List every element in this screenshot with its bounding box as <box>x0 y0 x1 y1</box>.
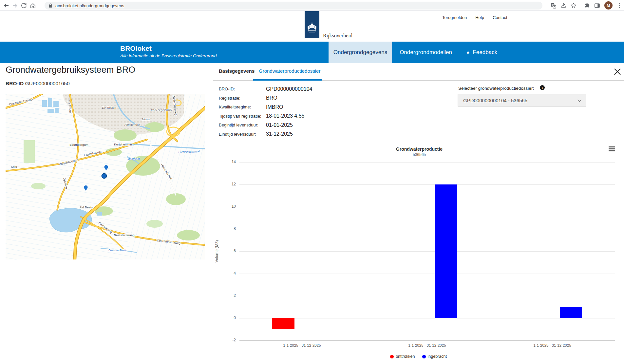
chevron-down-icon <box>577 99 582 102</box>
dossier-select-value: GPD000000000104 - 536565 <box>463 98 527 103</box>
bro-id-label: BRO-ID <box>6 81 24 86</box>
map-label: Park Suyderwijk <box>151 108 172 112</box>
chart-gridline <box>239 274 615 274</box>
browser-menu-icon[interactable] <box>616 1 622 10</box>
dossier-select-label: Selecteer grondwaterproductiedossier: <box>458 86 534 91</box>
link-contact[interactable]: Contact <box>493 15 507 20</box>
detail-label: Eindtijd levensduur: <box>219 132 266 137</box>
reload-icon[interactable] <box>20 1 28 10</box>
chart-gridline <box>239 296 615 296</box>
section-divider <box>219 139 623 139</box>
detail-label: Registratie: <box>219 96 266 101</box>
legend-marker-icon <box>422 355 426 358</box>
tab-grondwaterproductiedossier[interactable]: Grondwaterproductiedossier <box>259 68 320 74</box>
detail-value: 18-01-2023 4:55 <box>266 113 304 119</box>
detail-label: BRO-ID: <box>219 86 266 91</box>
brand-tagline: Alle informatie uit de Basisregistratie … <box>120 53 217 58</box>
x-axis-category-label: 1-1-2025 - 31-12-2025 <box>394 343 460 347</box>
map[interactable]: Drachtster HeaweiDe TriskenDe TriskenPar… <box>6 94 205 259</box>
chart-subtitle: 536565 <box>213 152 624 157</box>
close-icon[interactable] <box>613 67 622 76</box>
x-axis-category-label: 1-1-2025 - 31-12-2025 <box>520 343 585 347</box>
map-cluster-marker-icon[interactable] <box>102 174 107 179</box>
tab-basisgegevens[interactable]: Basisgegevens <box>219 68 255 74</box>
info-icon[interactable]: i <box>540 85 545 90</box>
nav-item-label: Ondergrondgegevens <box>333 49 387 55</box>
detail-row: BRO-ID: GPD000000000104 <box>219 85 312 94</box>
nav-item-ondergrondmodellen[interactable]: Ondergrondmodellen <box>395 42 457 63</box>
y-axis-tick-label: 2 <box>213 293 236 298</box>
home-icon[interactable] <box>28 1 37 10</box>
nav-item-ondergrondgegevens[interactable]: Ondergrondgegevens <box>329 42 392 63</box>
x-axis-category-label: 1-1-2025 - 31-12-2025 <box>269 343 335 347</box>
detail-row: Registratie: BRO <box>219 94 312 103</box>
y-axis-tick-label: 12 <box>213 182 236 186</box>
bar-onttrokken[interactable] <box>272 318 294 329</box>
nav-item-label: Ondergrondmodellen <box>400 49 452 55</box>
legend-marker-icon <box>390 355 394 358</box>
chart-menu-icon[interactable] <box>609 146 615 152</box>
main-navbar: BROloket Alle informatie uit de Basisreg… <box>0 42 624 63</box>
chart-gridline <box>239 251 615 252</box>
rijksoverheid-banner <box>305 11 319 38</box>
bar-ingebracht[interactable] <box>560 307 582 318</box>
legend-item-ingebracht[interactable]: ingebracht <box>422 354 447 359</box>
gov-links: Terugmelden Help Contact <box>442 15 507 20</box>
side-panel-icon[interactable] <box>593 1 601 10</box>
gov-header: Rijksoverheid Terugmelden Help Contact <box>0 11 624 42</box>
map-label: Kortehemmen <box>114 143 134 146</box>
address-bar[interactable]: acc.broloket.nl/ondergrondgegevens <box>45 2 542 10</box>
map-label: Himsterhout <box>124 123 141 126</box>
y-axis-tick-label: 8 <box>213 226 236 231</box>
detail-value: BRO <box>266 95 277 101</box>
page-title: Grondwatergebruiksysteem BRO <box>6 65 135 75</box>
bar-ingebracht[interactable] <box>435 184 457 318</box>
map-label: De Trisken <box>102 106 116 109</box>
share-icon[interactable] <box>559 1 568 10</box>
chart-title: Grondwaterproductie <box>213 146 624 152</box>
chart-grondwaterproductie: Grondwaterproductie 536565 Volume (M3) o… <box>213 141 624 364</box>
forward-icon[interactable] <box>11 1 19 10</box>
screen: acc.broloket.nl/ondergrondgegevens M <box>0 0 624 364</box>
browser-toolbar: acc.broloket.nl/ondergrondgegevens M <box>0 0 624 11</box>
nav-item-label: Feedback <box>473 49 497 55</box>
chart-gridline <box>239 184 615 185</box>
detail-value: 01-01-2025 <box>266 122 293 128</box>
translate-icon[interactable] <box>549 1 558 10</box>
chart-gridline <box>239 207 615 207</box>
nav-item-feedback[interactable]: ★Feedback <box>460 42 503 63</box>
detail-label: Tijdstip van registratie: <box>219 114 266 119</box>
bookmark-star-icon[interactable] <box>569 1 578 10</box>
dossier-select[interactable]: GPD000000000104 - 536565 <box>458 94 586 107</box>
map-label: Krite <box>11 165 17 168</box>
detail-row: Kwaliteitsregime: IMBRO <box>219 103 312 112</box>
y-axis-tick-label: -2 <box>213 338 236 342</box>
bro-id-value: GUF000000001650 <box>25 81 69 86</box>
chart-gridline <box>239 229 615 229</box>
brand-block[interactable]: BROloket Alle informatie uit de Basisreg… <box>120 45 217 58</box>
detail-label: Kwaliteitsregime: <box>219 105 266 109</box>
link-help[interactable]: Help <box>475 15 484 20</box>
chart-gridline <box>239 162 615 163</box>
extensions-puzzle-icon[interactable] <box>583 1 592 10</box>
legend-label: onttrokken <box>396 354 415 359</box>
y-axis-tick-label: 14 <box>213 160 236 164</box>
y-axis-tick-label: 0 <box>213 316 236 320</box>
avatar[interactable]: M <box>604 1 613 10</box>
legend-item-onttrokken[interactable]: onttrokken <box>390 354 415 359</box>
map-label: Beetsterzwaag <box>114 233 135 237</box>
chart-gridline <box>239 340 615 341</box>
back-icon[interactable] <box>2 1 10 10</box>
y-axis-tick-label: 4 <box>213 271 236 276</box>
detail-list: BRO-ID: GPD000000000104 Registratie: BRO… <box>219 85 312 139</box>
chart-legend: onttrokkeningebracht <box>213 353 624 360</box>
map-label: Mearsleat <box>127 157 140 161</box>
map-label: Beetster Feart <box>108 249 126 252</box>
rijksoverheid-emblem-icon <box>305 11 319 38</box>
brand-name: BROloket <box>120 45 217 52</box>
chart-gridline <box>239 318 615 318</box>
star-icon: ★ <box>466 49 470 55</box>
link-terugmelden[interactable]: Terugmelden <box>442 15 467 20</box>
detail-value: IMBRO <box>266 104 283 110</box>
y-axis-tick-label: 6 <box>213 249 236 253</box>
